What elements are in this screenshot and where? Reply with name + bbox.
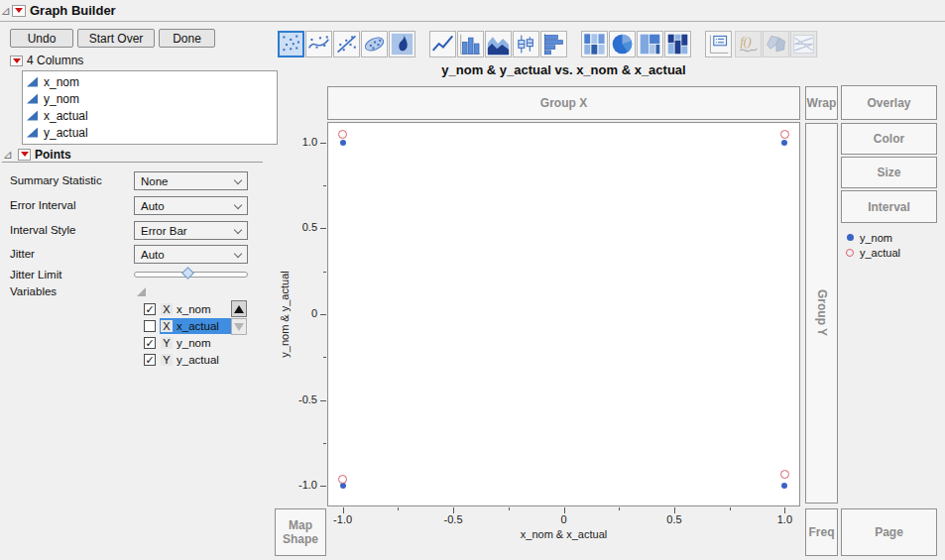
tool-ellipse-icon[interactable] [361,31,388,57]
error-interval-select[interactable]: Auto [134,196,248,215]
slider-thumb[interactable] [181,267,194,280]
y_actual-point[interactable] [780,470,789,479]
column-name: x_nom [44,75,79,89]
tool-line-icon[interactable] [429,31,456,57]
size-drop-zone[interactable]: Size [841,157,937,188]
y-axis-tick-label: -1.0 [278,479,317,491]
color-drop-zone[interactable]: Color [841,123,937,155]
undo-button[interactable]: Undo [10,29,73,48]
tool-smoother-icon[interactable] [305,31,332,57]
variable-selection-area: Yy_actual [160,352,231,368]
y-axis-minor-tick [323,357,326,358]
freq-drop-zone[interactable]: Freq [805,508,838,556]
chevron-down-icon [234,250,242,258]
x-axis-label[interactable]: x_nom & x_actual [327,528,800,540]
tool-contour-icon[interactable] [389,31,415,57]
jitter-select[interactable]: Auto [134,245,248,264]
overlay-drop-zone[interactable]: Overlay [841,85,937,120]
variables-disclosure-triangle-icon[interactable] [137,287,146,296]
tool-histogram-icon[interactable] [540,31,567,57]
done-button[interactable]: Done [159,29,215,48]
column-item[interactable]: x_actual [23,107,277,124]
tool-formula-icon[interactable]: f() [735,31,762,57]
move-up-button[interactable] [231,300,247,317]
element-toolbar: f() [278,31,818,57]
y_actual-point[interactable] [338,475,347,484]
variable-role-badge: X [161,303,173,315]
red-triangle-glyph [15,8,23,13]
chart-title[interactable]: y_nom & y_actual vs. x_nom & x_actual [327,62,800,77]
tool-mosaic-icon[interactable] [664,31,691,57]
columns-red-triangle-menu-icon[interactable] [10,56,23,66]
y_actual-point[interactable] [780,130,789,139]
summary-statistic-row: Summary Statistic None [10,171,253,190]
legend-item[interactable]: y_nom [845,230,900,245]
summary-statistic-select[interactable]: None [134,171,248,190]
variable-checkbox[interactable]: ✓ [144,337,156,349]
jitter-label: Jitter [10,248,35,260]
variable-row[interactable]: Xx_actual [144,317,233,334]
column-item[interactable]: x_nom [23,73,277,90]
red-triangle-menu-icon[interactable] [12,5,26,17]
wrap-drop-zone[interactable]: Wrap [805,86,838,120]
interval-drop-zone[interactable]: Interval [841,190,937,223]
column-item[interactable]: y_nom [23,90,277,107]
page-drop-zone[interactable]: Page [841,508,937,556]
jitter-row: Jitter Auto [10,245,253,264]
variable-role-badge: X [161,320,173,332]
variable-row[interactable]: ✓Yy_actual [144,351,233,368]
y-axis-tick [320,486,326,487]
variable-row[interactable]: ✓Xx_nom [144,300,233,317]
variable-row[interactable]: ✓Yy_nom [144,334,233,351]
points-disclosure-triangle-icon[interactable]: ⊿ [2,148,14,162]
tool-area-icon[interactable] [485,31,512,57]
variable-checkbox[interactable] [144,320,156,332]
tool-bar-icon[interactable] [457,31,484,57]
columns-list: x_nomy_nomx_actualy_actual [22,70,278,145]
tool-points-icon[interactable] [278,31,304,57]
group-y-drop-zone[interactable]: Group Y [805,123,838,504]
group-x-drop-zone[interactable]: Group X [327,86,800,120]
interval-style-label: Interval Style [10,224,75,236]
summary-statistic-value: None [141,175,169,187]
column-item[interactable]: y_actual [23,124,277,141]
map-shape-drop-zone[interactable]: Map Shape [275,508,326,556]
y-axis-tick [320,314,326,315]
tool-pie-icon[interactable] [609,31,636,57]
variable-checkbox[interactable]: ✓ [144,354,156,366]
y_actual-point[interactable] [338,130,347,139]
y-axis-tick [320,400,326,401]
variable-role-badge: Y [161,354,173,366]
legend-item[interactable]: y_actual [845,245,900,260]
move-down-button[interactable] [231,318,247,335]
jitter-limit-label: Jitter Limit [10,269,61,280]
y-axis-tick-label: -0.5 [278,393,317,405]
plot-area[interactable] [327,122,800,506]
tool-box-plot-icon[interactable] [513,31,539,57]
tool-parallel-plot-icon[interactable] [790,31,817,57]
points-red-triangle-menu-icon[interactable] [18,149,31,161]
variable-checkbox[interactable]: ✓ [144,303,156,315]
start-over-button[interactable]: Start Over [77,29,155,48]
x-axis-tick-label: 0 [544,513,584,525]
jitter-limit-slider[interactable] [134,272,248,278]
filled-circle-marker-icon [845,234,855,241]
disclosure-triangle-icon[interactable]: ⊿ [0,4,12,18]
y-axis-minor-tick [323,443,326,444]
interval-style-select[interactable]: Error Bar [134,221,248,240]
y-axis-tick-label: 0.5 [278,221,317,233]
y-axis-minor-tick [323,185,326,186]
tool-line-of-fit-icon[interactable] [333,31,360,57]
legend-label: y_nom [860,232,892,244]
tool-treemap-icon[interactable] [637,31,663,57]
y_nom-point[interactable] [340,483,346,489]
chevron-down-icon [234,201,242,209]
outline-header: ⊿ Graph Builder [0,0,945,22]
y-axis-label[interactable]: y_nom & y_actual [279,271,291,357]
tool-heatmap-icon[interactable] [581,31,608,57]
x-axis-tick-label: -1.0 [323,513,363,525]
y_nom-point[interactable] [340,140,346,146]
tool-map-shapes-icon[interactable] [763,31,789,57]
interval-style-row: Interval Style Error Bar [10,221,253,240]
tool-caption-box-icon[interactable] [705,31,732,57]
